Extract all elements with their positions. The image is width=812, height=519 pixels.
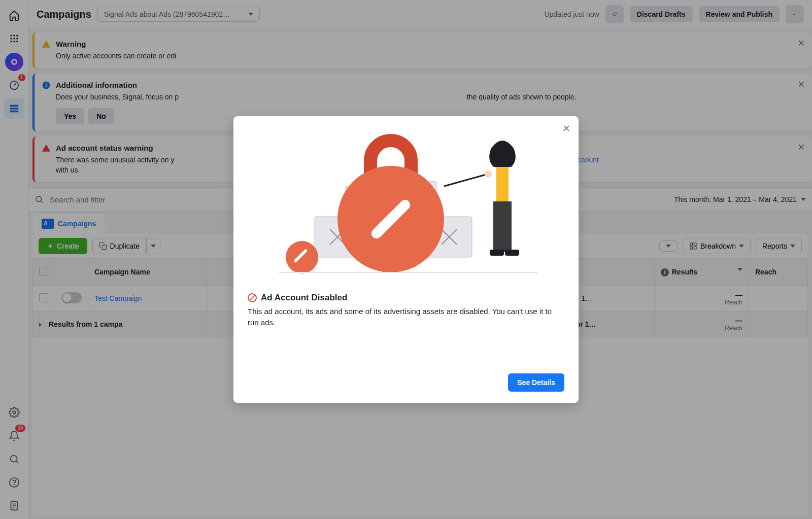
see-details-button[interactable]: See Details: [508, 373, 564, 392]
modal-body: This ad account, its ads and some of its…: [248, 306, 564, 328]
disabled-account-dialog: Ad Account Disabled This ad account, its…: [233, 116, 579, 403]
close-icon: [561, 123, 571, 133]
modal-close-button[interactable]: [561, 123, 571, 133]
modal-overlay[interactable]: Ad Account Disabled This ad account, its…: [0, 0, 812, 519]
forbid-icon: [248, 293, 257, 302]
svg-point-48: [485, 170, 492, 178]
svg-point-35: [286, 241, 318, 273]
svg-rect-44: [493, 201, 512, 252]
svg-line-47: [444, 174, 490, 186]
svg-rect-46: [505, 250, 519, 256]
modal-title: Ad Account Disabled: [248, 293, 564, 303]
modal-illustration: [248, 130, 564, 283]
svg-rect-45: [490, 250, 504, 256]
